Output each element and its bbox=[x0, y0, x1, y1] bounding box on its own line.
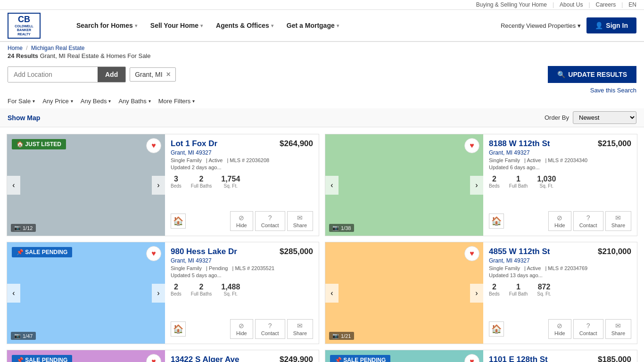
house-marker-button[interactable]: 🏠 bbox=[171, 214, 186, 229]
favorite-button[interactable]: ♥ bbox=[146, 138, 161, 153]
contact-button[interactable]: ? Contact bbox=[255, 319, 285, 339]
remove-tag-button[interactable]: × bbox=[166, 70, 171, 79]
filter-price[interactable]: Any Price ▾ bbox=[42, 98, 73, 105]
filter-more[interactable]: More Filters ▾ bbox=[158, 98, 195, 105]
favorite-button[interactable]: ♥ bbox=[464, 138, 479, 153]
nav-agents-offices[interactable]: Agents & Offices ▾ bbox=[210, 18, 279, 33]
listing-stats: 2 Beds 2 Full Baths 1,488 Sq. Ft. bbox=[171, 283, 313, 296]
home-link[interactable]: Home bbox=[8, 45, 23, 51]
listing-price: $264,900 bbox=[280, 139, 313, 148]
next-photo-button[interactable]: › bbox=[152, 284, 165, 303]
about-us-link[interactable]: About Us bbox=[560, 1, 583, 8]
buying-selling-link[interactable]: Buying & Selling Your Home bbox=[476, 1, 547, 8]
logo[interactable]: CB COLDWELL BANKER REALTY bbox=[8, 13, 59, 39]
filter-for-sale[interactable]: For Sale ▾ bbox=[8, 98, 35, 105]
listing-location[interactable]: Grant, MI 49327 bbox=[489, 257, 631, 264]
listing-title[interactable]: 13422 S Alger Ave bbox=[171, 355, 239, 362]
prev-photo-button[interactable]: ‹ bbox=[7, 284, 20, 303]
listing-details: 4855 W 112th St $210,000 Grant, MI 49327… bbox=[483, 242, 637, 344]
chevron-down-icon: ▾ bbox=[271, 23, 273, 28]
listing-updated: Updated 2 days ago... bbox=[171, 165, 313, 170]
listing-image: 📌 SALE PENDING ♥ ‹ › 📷 1/14 bbox=[325, 350, 483, 362]
baths-stat: 1 Full Bath bbox=[509, 175, 528, 189]
show-map-button[interactable]: Show Map bbox=[8, 114, 40, 122]
listing-title[interactable]: 8188 W 112th St bbox=[489, 139, 550, 148]
listing-meta: Single Family | Active | MLS # 22034769 bbox=[489, 265, 631, 271]
share-button[interactable]: ✉ Share bbox=[287, 319, 313, 339]
prev-photo-button[interactable]: ‹ bbox=[325, 176, 339, 195]
camera-icon: 📷 bbox=[332, 225, 339, 231]
listing-location[interactable]: Grant, MI 49327 bbox=[171, 257, 313, 264]
location-input[interactable] bbox=[8, 67, 98, 82]
next-photo-button[interactable]: › bbox=[470, 176, 483, 195]
listing-card: ♥ ‹ › 📷 1/38 8188 W 112th St $215,000 Gr… bbox=[325, 134, 637, 236]
listing-title[interactable]: 4855 W 112th St bbox=[489, 247, 550, 256]
hide-icon: ⊘ bbox=[557, 322, 562, 329]
share-button[interactable]: ✉ Share bbox=[287, 211, 313, 231]
filter-baths[interactable]: Any Baths ▾ bbox=[118, 98, 150, 105]
listing-card: 📌 SALE PENDING ♥ ‹ › 📷 1/47 980 Hess Lak… bbox=[7, 242, 319, 344]
order-by-select[interactable]: Newest Price (High-Low) Price (Low-High)… bbox=[573, 111, 636, 124]
listing-image: 🏠 JUST LISTED ♥ ‹ › 📷 1/12 bbox=[7, 134, 165, 236]
add-location-button[interactable]: Add bbox=[98, 67, 125, 82]
share-icon: ✉ bbox=[615, 214, 621, 222]
map-order-bar: Show Map Order By Newest Price (High-Low… bbox=[0, 108, 644, 127]
listing-meta: Single Family | Pending | MLS # 22035521 bbox=[171, 265, 313, 271]
share-button[interactable]: ✉ Share bbox=[605, 319, 631, 339]
next-photo-button[interactable]: › bbox=[152, 176, 165, 195]
listing-badge: 📌 SALE PENDING bbox=[12, 247, 72, 257]
prev-photo-button[interactable]: ‹ bbox=[325, 284, 339, 303]
listing-header: 1101 E 128th St $185,000 bbox=[489, 355, 631, 362]
filter-beds[interactable]: Any Beds ▾ bbox=[81, 98, 111, 105]
language-link[interactable]: EN bbox=[628, 1, 636, 8]
listing-location[interactable]: Grant, MI 49327 bbox=[171, 149, 313, 156]
chevron-down-icon: ▾ bbox=[33, 99, 35, 104]
house-marker-button[interactable]: 🏠 bbox=[171, 321, 186, 337]
careers-link[interactable]: Careers bbox=[596, 1, 616, 8]
nav-sell-home[interactable]: Sell Your Home ▾ bbox=[145, 18, 208, 33]
house-marker-button[interactable]: 🏠 bbox=[489, 321, 504, 337]
favorite-button[interactable]: ♥ bbox=[146, 246, 161, 261]
listing-updated: Updated 6 days ago... bbox=[489, 165, 631, 170]
contact-button[interactable]: ? Contact bbox=[573, 211, 603, 231]
favorite-button[interactable]: ♥ bbox=[464, 246, 479, 261]
contact-button[interactable]: ? Contact bbox=[573, 319, 603, 339]
listing-badge: 🏠 JUST LISTED bbox=[12, 139, 66, 149]
chevron-down-icon: ▾ bbox=[200, 23, 203, 28]
hide-button[interactable]: ⊘ Hide bbox=[230, 211, 253, 231]
listing-title[interactable]: 980 Hess Lake Dr bbox=[171, 247, 237, 256]
favorite-button[interactable]: ♥ bbox=[464, 354, 479, 362]
contact-icon: ? bbox=[586, 322, 590, 329]
listing-title[interactable]: Lot 1 Fox Dr bbox=[171, 139, 217, 148]
contact-button[interactable]: ? Contact bbox=[255, 211, 285, 231]
listing-card: 🏠 JUST LISTED ♥ ‹ › 📷 1/12 Lot 1 Fox Dr … bbox=[7, 134, 319, 236]
nav-mortgage[interactable]: Get a Mortgage ▾ bbox=[281, 18, 345, 33]
prev-photo-button[interactable]: ‹ bbox=[7, 176, 20, 195]
sign-in-button[interactable]: 👤 Sign In bbox=[586, 17, 636, 33]
listing-card: 📌 SALE PENDING ♥ ‹ › 📷 1/18 13422 S Alge… bbox=[7, 350, 319, 362]
listing-details: 1101 E 128th St $185,000 Grant, MI 49327… bbox=[483, 350, 637, 362]
share-button[interactable]: ✉ Share bbox=[605, 211, 631, 231]
search-icon: 🔍 bbox=[557, 71, 565, 78]
michigan-re-link[interactable]: Michigan Real Estate bbox=[31, 45, 84, 51]
location-input-wrap: Add bbox=[8, 66, 126, 82]
listing-location[interactable]: Grant, MI 49327 bbox=[489, 149, 631, 156]
chevron-down-icon: ▾ bbox=[135, 23, 137, 28]
listing-title[interactable]: 1101 E 128th St bbox=[489, 355, 548, 362]
nav-search-homes[interactable]: Search for Homes ▾ bbox=[71, 18, 143, 33]
update-results-button[interactable]: 🔍 UPDATE RESULTS bbox=[548, 66, 636, 83]
listing-image: 📌 SALE PENDING ♥ ‹ › 📷 1/47 bbox=[7, 242, 165, 344]
favorite-button[interactable]: ♥ bbox=[146, 354, 161, 362]
contact-icon: ? bbox=[268, 322, 272, 329]
house-marker-button[interactable]: 🏠 bbox=[489, 214, 504, 229]
hide-button[interactable]: ⊘ Hide bbox=[230, 319, 253, 339]
hide-button[interactable]: ⊘ Hide bbox=[548, 211, 571, 231]
hide-button[interactable]: ⊘ Hide bbox=[548, 319, 571, 339]
listing-meta: Single Family | Active | MLS # 22036208 bbox=[171, 157, 313, 163]
sqft-stat: 1,030 Sq. Ft. bbox=[537, 175, 556, 189]
next-photo-button[interactable]: › bbox=[470, 284, 483, 303]
listing-actions: 🏠 ⊘ Hide ? Contact ✉ Share bbox=[489, 319, 631, 339]
recently-viewed-btn[interactable]: Recently Viewed Properties ▾ bbox=[501, 22, 581, 29]
save-search-link[interactable]: Save this Search bbox=[0, 87, 644, 96]
contact-icon: ? bbox=[586, 214, 590, 222]
